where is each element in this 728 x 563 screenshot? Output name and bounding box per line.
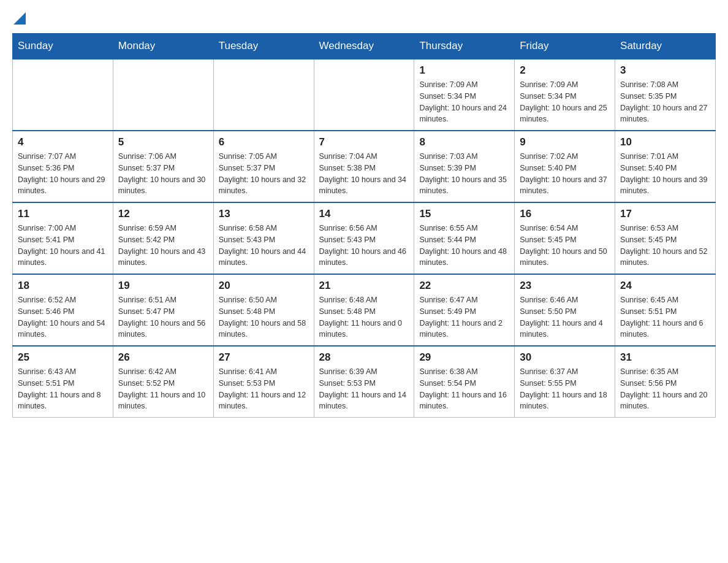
calendar-cell: 12Sunrise: 6:59 AMSunset: 5:42 PMDayligh…: [113, 202, 213, 274]
day-number: 20: [219, 280, 309, 292]
day-info: Sunrise: 6:43 AMSunset: 5:51 PMDaylight:…: [18, 366, 108, 412]
column-header-friday: Friday: [515, 34, 615, 59]
logo: [12, 12, 26, 27]
day-info: Sunrise: 6:50 AMSunset: 5:48 PMDaylight:…: [219, 294, 309, 340]
day-number: 9: [520, 136, 610, 148]
day-number: 7: [319, 136, 409, 148]
calendar-cell: [13, 59, 113, 131]
calendar-cell: 31Sunrise: 6:35 AMSunset: 5:56 PMDayligh…: [615, 346, 716, 418]
calendar-cell: 29Sunrise: 6:38 AMSunset: 5:54 PMDayligh…: [414, 346, 515, 418]
day-number: 10: [620, 136, 710, 148]
day-number: 14: [319, 208, 409, 220]
column-header-saturday: Saturday: [615, 34, 716, 59]
day-info: Sunrise: 7:09 AMSunset: 5:34 PMDaylight:…: [419, 79, 509, 125]
logo-triangle-icon: [13, 12, 26, 25]
day-info: Sunrise: 6:53 AMSunset: 5:45 PMDaylight:…: [620, 223, 710, 269]
day-info: Sunrise: 6:54 AMSunset: 5:45 PMDaylight:…: [520, 223, 610, 269]
day-number: 17: [620, 208, 710, 220]
day-number: 6: [219, 136, 309, 148]
calendar-cell: 6Sunrise: 7:05 AMSunset: 5:37 PMDaylight…: [213, 131, 314, 202]
day-info: Sunrise: 7:06 AMSunset: 5:37 PMDaylight:…: [118, 151, 208, 197]
day-info: Sunrise: 6:51 AMSunset: 5:47 PMDaylight:…: [118, 294, 208, 340]
day-info: Sunrise: 6:39 AMSunset: 5:53 PMDaylight:…: [319, 366, 409, 412]
day-info: Sunrise: 6:38 AMSunset: 5:54 PMDaylight:…: [419, 366, 509, 412]
day-info: Sunrise: 6:46 AMSunset: 5:50 PMDaylight:…: [520, 294, 610, 340]
calendar-cell: 1Sunrise: 7:09 AMSunset: 5:34 PMDaylight…: [414, 59, 515, 131]
day-info: Sunrise: 6:45 AMSunset: 5:51 PMDaylight:…: [620, 294, 710, 340]
calendar-cell: 30Sunrise: 6:37 AMSunset: 5:55 PMDayligh…: [515, 346, 615, 418]
day-info: Sunrise: 7:02 AMSunset: 5:40 PMDaylight:…: [520, 151, 610, 197]
column-header-monday: Monday: [113, 34, 213, 59]
day-number: 1: [419, 64, 509, 77]
week-row-1: 1Sunrise: 7:09 AMSunset: 5:34 PMDaylight…: [13, 59, 716, 131]
calendar-cell: 17Sunrise: 6:53 AMSunset: 5:45 PMDayligh…: [615, 202, 716, 274]
day-info: Sunrise: 6:55 AMSunset: 5:44 PMDaylight:…: [419, 223, 509, 269]
day-number: 13: [219, 208, 309, 220]
calendar-cell: 15Sunrise: 6:55 AMSunset: 5:44 PMDayligh…: [414, 202, 515, 274]
day-number: 24: [620, 280, 710, 292]
column-header-wednesday: Wednesday: [314, 34, 414, 59]
day-number: 30: [520, 351, 610, 364]
week-row-2: 4Sunrise: 7:07 AMSunset: 5:36 PMDaylight…: [13, 131, 716, 202]
day-info: Sunrise: 7:00 AMSunset: 5:41 PMDaylight:…: [18, 223, 108, 269]
day-number: 27: [219, 351, 309, 364]
calendar-header-row: SundayMondayTuesdayWednesdayThursdayFrid…: [13, 34, 716, 59]
day-number: 12: [118, 208, 208, 220]
day-info: Sunrise: 7:08 AMSunset: 5:35 PMDaylight:…: [620, 79, 710, 125]
day-info: Sunrise: 6:37 AMSunset: 5:55 PMDaylight:…: [520, 366, 610, 412]
column-header-tuesday: Tuesday: [213, 34, 314, 59]
calendar-cell: 4Sunrise: 7:07 AMSunset: 5:36 PMDaylight…: [13, 131, 113, 202]
column-header-thursday: Thursday: [414, 34, 515, 59]
calendar-cell: 5Sunrise: 7:06 AMSunset: 5:37 PMDaylight…: [113, 131, 213, 202]
calendar-cell: 8Sunrise: 7:03 AMSunset: 5:39 PMDaylight…: [414, 131, 515, 202]
day-info: Sunrise: 6:59 AMSunset: 5:42 PMDaylight:…: [118, 223, 208, 269]
day-info: Sunrise: 6:35 AMSunset: 5:56 PMDaylight:…: [620, 366, 710, 412]
day-info: Sunrise: 6:48 AMSunset: 5:48 PMDaylight:…: [319, 294, 409, 340]
calendar-cell: 26Sunrise: 6:42 AMSunset: 5:52 PMDayligh…: [113, 346, 213, 418]
column-header-sunday: Sunday: [13, 34, 113, 59]
calendar-cell: 18Sunrise: 6:52 AMSunset: 5:46 PMDayligh…: [13, 274, 113, 346]
day-number: 25: [18, 351, 108, 364]
day-info: Sunrise: 7:03 AMSunset: 5:39 PMDaylight:…: [419, 151, 509, 197]
day-number: 8: [419, 136, 509, 148]
day-info: Sunrise: 7:01 AMSunset: 5:40 PMDaylight:…: [620, 151, 710, 197]
day-info: Sunrise: 7:07 AMSunset: 5:36 PMDaylight:…: [18, 151, 108, 197]
day-number: 16: [520, 208, 610, 220]
day-number: 4: [18, 136, 108, 148]
day-number: 22: [419, 280, 509, 292]
calendar-cell: 16Sunrise: 6:54 AMSunset: 5:45 PMDayligh…: [515, 202, 615, 274]
day-info: Sunrise: 6:52 AMSunset: 5:46 PMDaylight:…: [18, 294, 108, 340]
calendar-cell: 22Sunrise: 6:47 AMSunset: 5:49 PMDayligh…: [414, 274, 515, 346]
calendar-cell: [113, 59, 213, 131]
calendar-cell: 21Sunrise: 6:48 AMSunset: 5:48 PMDayligh…: [314, 274, 414, 346]
calendar-cell: 10Sunrise: 7:01 AMSunset: 5:40 PMDayligh…: [615, 131, 716, 202]
calendar-cell: 23Sunrise: 6:46 AMSunset: 5:50 PMDayligh…: [515, 274, 615, 346]
day-number: 29: [419, 351, 509, 364]
page-header: [12, 12, 716, 27]
week-row-3: 11Sunrise: 7:00 AMSunset: 5:41 PMDayligh…: [13, 202, 716, 274]
calendar-table: SundayMondayTuesdayWednesdayThursdayFrid…: [12, 33, 716, 418]
day-number: 26: [118, 351, 208, 364]
day-info: Sunrise: 6:56 AMSunset: 5:43 PMDaylight:…: [319, 223, 409, 269]
day-number: 2: [520, 64, 610, 77]
calendar-cell: [314, 59, 414, 131]
day-info: Sunrise: 7:04 AMSunset: 5:38 PMDaylight:…: [319, 151, 409, 197]
day-number: 11: [18, 208, 108, 220]
day-number: 5: [118, 136, 208, 148]
day-number: 3: [620, 64, 710, 77]
calendar-cell: 11Sunrise: 7:00 AMSunset: 5:41 PMDayligh…: [13, 202, 113, 274]
calendar-cell: 7Sunrise: 7:04 AMSunset: 5:38 PMDaylight…: [314, 131, 414, 202]
calendar-cell: 20Sunrise: 6:50 AMSunset: 5:48 PMDayligh…: [213, 274, 314, 346]
calendar-cell: [213, 59, 314, 131]
svg-marker-0: [13, 12, 26, 25]
day-info: Sunrise: 6:41 AMSunset: 5:53 PMDaylight:…: [219, 366, 309, 412]
day-info: Sunrise: 7:05 AMSunset: 5:37 PMDaylight:…: [219, 151, 309, 197]
calendar-cell: 13Sunrise: 6:58 AMSunset: 5:43 PMDayligh…: [213, 202, 314, 274]
calendar-cell: 3Sunrise: 7:08 AMSunset: 5:35 PMDaylight…: [615, 59, 716, 131]
calendar-cell: 27Sunrise: 6:41 AMSunset: 5:53 PMDayligh…: [213, 346, 314, 418]
calendar-cell: 14Sunrise: 6:56 AMSunset: 5:43 PMDayligh…: [314, 202, 414, 274]
calendar-cell: 25Sunrise: 6:43 AMSunset: 5:51 PMDayligh…: [13, 346, 113, 418]
day-info: Sunrise: 6:42 AMSunset: 5:52 PMDaylight:…: [118, 366, 208, 412]
day-number: 15: [419, 208, 509, 220]
day-number: 31: [620, 351, 710, 364]
